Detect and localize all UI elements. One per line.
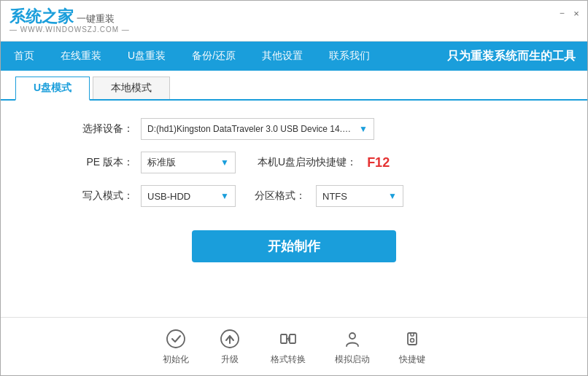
tool-shortcut-label: 快捷键 xyxy=(399,353,425,366)
device-select[interactable]: D:(hd1)Kingston DataTraveler 3.0 USB Dev… xyxy=(141,118,374,140)
device-arrow-icon: ▼ xyxy=(359,124,368,134)
hotkey-label: 本机U盘启动快捷键： xyxy=(258,156,357,169)
init-icon xyxy=(164,327,187,350)
title-text: 系统之家 xyxy=(9,7,74,26)
pe-label: PE 版本： xyxy=(82,156,134,169)
title-bar: 系统之家一键重装 WWW.WINDOWSZJ.COM － × xyxy=(1,1,587,42)
tool-upgrade[interactable]: 升级 xyxy=(218,327,241,366)
partition-label: 分区格式： xyxy=(255,189,306,203)
nav-bar: 首页 在线重装 U盘重装 备份/还原 其他设置 联系我们 只为重装系统而生的工具 xyxy=(1,42,587,71)
nav-usb[interactable]: U盘重装 xyxy=(115,42,179,71)
tab-bar: U盘模式 本地模式 xyxy=(1,71,587,101)
tool-init[interactable]: 初始化 xyxy=(163,327,189,366)
subtitle-text: 一键重装 xyxy=(77,13,115,24)
nav-online[interactable]: 在线重装 xyxy=(47,42,115,71)
app-title: 系统之家一键重装 xyxy=(9,8,115,26)
write-row: 写入模式： USB-HDD ▼ 分区格式： NTFS ▼ xyxy=(82,185,506,207)
upgrade-icon xyxy=(218,327,241,350)
write-value: USB-HDD xyxy=(147,191,190,202)
shortcut-icon xyxy=(401,327,424,350)
title-url: WWW.WINDOWSZJ.COM xyxy=(9,26,130,34)
app-logo: 系统之家一键重装 WWW.WINDOWSZJ.COM xyxy=(9,8,130,34)
nav-home[interactable]: 首页 xyxy=(1,42,47,71)
device-label: 选择设备： xyxy=(82,122,134,136)
tool-upgrade-label: 升级 xyxy=(221,353,239,366)
write-arrow-icon: ▼ xyxy=(220,191,229,201)
main-window: 系统之家一键重装 WWW.WINDOWSZJ.COM － × 首页 在线重装 U… xyxy=(0,0,588,376)
form-area: 选择设备： D:(hd1)Kingston DataTraveler 3.0 U… xyxy=(82,118,506,262)
partition-value: NTFS xyxy=(322,191,347,202)
minimize-button[interactable]: － xyxy=(557,8,567,18)
pe-row: PE 版本： 标准版 ▼ 本机U盘启动快捷键： F12 xyxy=(82,152,506,173)
partition-select[interactable]: NTFS ▼ xyxy=(316,185,403,207)
close-button[interactable]: × xyxy=(571,8,581,18)
svg-point-0 xyxy=(167,330,185,348)
tab-usb-mode[interactable]: U盘模式 xyxy=(15,77,90,101)
tool-simulate-label: 模拟启动 xyxy=(335,353,370,366)
svg-rect-8 xyxy=(411,333,414,336)
hotkey-value: F12 xyxy=(367,155,390,171)
device-row: 选择设备： D:(hd1)Kingston DataTraveler 3.0 U… xyxy=(82,118,506,140)
nav-slogan: 只为重装系统而生的工具 xyxy=(447,49,587,64)
partition-arrow-icon: ▼ xyxy=(388,191,397,201)
pe-value: 标准版 xyxy=(147,156,176,169)
nav-contact[interactable]: 联系我们 xyxy=(316,42,383,71)
svg-rect-3 xyxy=(281,334,287,343)
window-controls: － × xyxy=(557,8,581,18)
tool-init-label: 初始化 xyxy=(163,353,189,366)
svg-point-7 xyxy=(411,339,414,342)
tool-format[interactable]: 格式转换 xyxy=(271,327,306,366)
main-content: 选择设备： D:(hd1)Kingston DataTraveler 3.0 U… xyxy=(1,101,587,317)
pe-select[interactable]: 标准版 ▼ xyxy=(141,152,236,173)
write-select[interactable]: USB-HDD ▼ xyxy=(141,185,236,207)
device-value: D:(hd1)Kingston DataTraveler 3.0 USB Dev… xyxy=(147,124,353,134)
tab-local-mode[interactable]: 本地模式 xyxy=(93,77,170,99)
nav-settings[interactable]: 其他设置 xyxy=(249,42,316,71)
start-button-wrapper: 开始制作 xyxy=(82,223,506,262)
tool-simulate[interactable]: 模拟启动 xyxy=(335,327,370,366)
svg-point-5 xyxy=(349,333,355,339)
simulate-icon xyxy=(341,327,364,350)
nav-backup[interactable]: 备份/还原 xyxy=(179,42,249,71)
pe-arrow-icon: ▼ xyxy=(220,157,229,168)
tool-shortcut[interactable]: 快捷键 xyxy=(399,327,425,366)
format-icon xyxy=(276,327,300,350)
start-button[interactable]: 开始制作 xyxy=(192,230,396,262)
bottom-toolbar: 初始化 升级 格式转换 xyxy=(1,317,587,375)
tool-format-label: 格式转换 xyxy=(271,353,306,366)
write-label: 写入模式： xyxy=(82,189,134,203)
